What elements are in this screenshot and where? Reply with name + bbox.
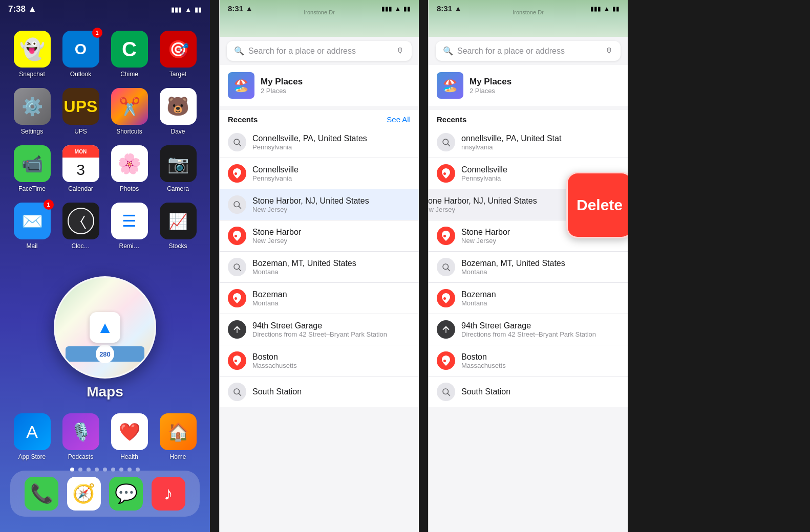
location-info: Bozeman, MT, United States Montana bbox=[461, 259, 620, 276]
location-search-icon bbox=[228, 258, 246, 276]
delete-button[interactable]: Delete bbox=[566, 172, 628, 238]
maps-navigation-icon: ▲ bbox=[90, 312, 120, 343]
mic-icon-3[interactable]: 🎙 bbox=[605, 47, 613, 56]
clock-minute-hand bbox=[80, 221, 86, 230]
location-search-icon bbox=[228, 383, 246, 401]
location-search-icon bbox=[437, 383, 455, 401]
list-item[interactable]: 94th Street Garage Directions from 42 St… bbox=[220, 314, 419, 345]
maps-top-preview-2: 8:31 ▲ ▮▮▮ ▲ ▮▮ Ironstone Dr bbox=[220, 0, 419, 37]
search-placeholder-2[interactable]: Search for a place or address bbox=[248, 47, 392, 56]
battery-icon-3: ▮▮ bbox=[612, 5, 620, 12]
mail-badge: 1 bbox=[44, 199, 54, 210]
dock-phone[interactable]: 📞 bbox=[25, 477, 58, 511]
clock-icon bbox=[62, 203, 99, 239]
appstore-label: App Store bbox=[18, 453, 46, 460]
facetime-label: FaceTime bbox=[18, 185, 46, 192]
wifi-icon-3: ▲ bbox=[604, 5, 610, 12]
list-item[interactable]: Bozeman Montana bbox=[220, 283, 419, 314]
maps-search-bar-3[interactable]: 🔍 Search for a place or address 🎙 bbox=[436, 41, 621, 61]
app-shortcuts[interactable]: ✂️ Shortcuts bbox=[108, 88, 151, 135]
app-snapchat[interactable]: 👻 Snapchat bbox=[10, 31, 54, 78]
health-icon: ❤️ bbox=[111, 413, 148, 450]
location-pin-icon bbox=[437, 227, 455, 245]
location-sub: Massachusetts bbox=[252, 362, 411, 369]
appstore-icon: A bbox=[14, 413, 51, 450]
list-item[interactable]: South Station bbox=[429, 376, 628, 407]
list-item[interactable]: Connellsville Pennsylvania bbox=[220, 158, 419, 189]
my-places-section-2[interactable]: 🏖️ My Places 2 Places bbox=[220, 65, 419, 106]
location-name: Bozeman bbox=[461, 290, 620, 299]
dock-music[interactable]: ♪ bbox=[152, 477, 185, 511]
maps-label: Maps bbox=[87, 384, 123, 400]
mail-icon: ✉️ 1 bbox=[14, 203, 51, 239]
app-photos[interactable]: 🌸 Photos bbox=[108, 145, 151, 192]
app-target[interactable]: 🎯 Target bbox=[156, 31, 200, 78]
list-item[interactable]: Boston Massachusetts bbox=[429, 345, 628, 376]
list-item[interactable]: Bozeman Montana bbox=[429, 283, 628, 314]
list-item[interactable]: Stone Harbor, NJ, United States New Jers… bbox=[220, 189, 419, 220]
reminders-label: Remi… bbox=[119, 242, 139, 250]
dave-icon: 🐻 bbox=[160, 88, 197, 125]
stocks-label: Stocks bbox=[168, 242, 187, 250]
mic-icon-2[interactable]: 🎙 bbox=[396, 47, 404, 56]
list-item[interactable]: Bozeman, MT, United States Montana bbox=[429, 252, 628, 283]
location-pin-icon bbox=[228, 351, 246, 370]
location-list-2: Connellsville, PA, United States Pennsyl… bbox=[220, 127, 419, 407]
location-sub: nnsylvania bbox=[461, 143, 620, 151]
app-clock[interactable]: Cloc… bbox=[59, 203, 102, 250]
list-item[interactable]: onnellsville, PA, United Stat nnsylvania bbox=[429, 127, 628, 158]
location-pin-icon bbox=[228, 227, 246, 245]
location-name: South Station bbox=[461, 387, 620, 396]
recents-title-3: Recents bbox=[437, 115, 466, 124]
stone-harbor-nj-name: Stone Harbor, NJ, United States bbox=[252, 196, 411, 206]
battery-icon-2: ▮▮ bbox=[403, 5, 411, 12]
app-dock: 📞 🧭 💬 ♪ bbox=[10, 471, 200, 517]
target-label: Target bbox=[169, 71, 186, 78]
app-facetime[interactable]: 📹 FaceTime bbox=[10, 145, 54, 192]
list-item[interactable]: Stone Harbor New Jersey bbox=[220, 220, 419, 252]
wifi-icon-1: ▲ bbox=[185, 6, 191, 13]
app-settings[interactable]: ⚙️ Settings bbox=[10, 88, 54, 135]
app-health[interactable]: ❤️ Health bbox=[108, 413, 151, 460]
app-reminders[interactable]: ☰ Remi… bbox=[108, 203, 151, 250]
list-item[interactable]: Bozeman, MT, United States Montana bbox=[220, 252, 419, 283]
dock-safari[interactable]: 🧭 bbox=[67, 477, 101, 511]
phone-app-icon: 📞 bbox=[25, 477, 58, 511]
see-all-link-2[interactable]: See All bbox=[387, 115, 411, 124]
location-sub: Montana bbox=[252, 299, 411, 307]
app-chime[interactable]: C Chime bbox=[108, 31, 151, 78]
wifi-icon-2: ▲ bbox=[395, 5, 401, 12]
status-bar-1: 7:38 ▲ ▮▮▮ ▲ ▮▮ bbox=[0, 0, 210, 16]
chime-label: Chime bbox=[120, 71, 138, 78]
app-calendar[interactable]: MON 3 Calendar bbox=[59, 145, 102, 192]
list-item[interactable]: South Station bbox=[220, 376, 419, 407]
shortcuts-icon: ✂️ bbox=[111, 88, 148, 125]
location-pin-icon bbox=[228, 164, 246, 183]
phone1-home-screen: 7:38 ▲ ▮▮▮ ▲ ▮▮ 👻 Snapchat Ο 1 Outlook C bbox=[0, 0, 210, 532]
search-placeholder-3[interactable]: Search for a place or address bbox=[457, 47, 601, 56]
location-pin-icon bbox=[437, 164, 455, 183]
app-home[interactable]: 🏠 Home bbox=[156, 413, 200, 460]
my-places-section-3[interactable]: 🏖️ My Places 2 Places bbox=[429, 65, 628, 106]
svg-line-5 bbox=[239, 269, 241, 271]
maps-app-enlarged[interactable]: ▲ 280 Maps bbox=[54, 276, 156, 400]
outlook-badge: 1 bbox=[92, 28, 102, 38]
app-ups[interactable]: UPS UPS bbox=[59, 88, 102, 135]
app-outlook[interactable]: Ο 1 Outlook bbox=[59, 31, 102, 78]
list-item[interactable]: Connellsville, PA, United States Pennsyl… bbox=[220, 127, 419, 158]
gap1 bbox=[210, 0, 219, 532]
maps-search-bar-2[interactable]: 🔍 Search for a place or address 🎙 bbox=[227, 41, 412, 61]
location-info: Stone Harbor, NJ, United States New Jers… bbox=[252, 196, 411, 213]
app-camera[interactable]: 📷 Camera bbox=[156, 145, 200, 192]
app-dave[interactable]: 🐻 Dave bbox=[156, 88, 200, 135]
recents-header-2: Recents See All bbox=[220, 110, 419, 127]
dock-messages[interactable]: 💬 bbox=[109, 477, 143, 511]
app-appstore[interactable]: A App Store bbox=[10, 413, 54, 460]
app-mail[interactable]: ✉️ 1 Mail bbox=[10, 203, 54, 250]
settings-label: Settings bbox=[21, 128, 43, 135]
app-stocks[interactable]: 📈 Stocks bbox=[156, 203, 200, 250]
list-item[interactable]: 94th Street Garage Directions from 42 St… bbox=[429, 314, 628, 345]
list-item[interactable]: Boston Massachusetts bbox=[220, 345, 419, 376]
app-podcasts[interactable]: 🎙️ Podcasts bbox=[59, 413, 102, 460]
chime-icon: C bbox=[111, 31, 148, 68]
